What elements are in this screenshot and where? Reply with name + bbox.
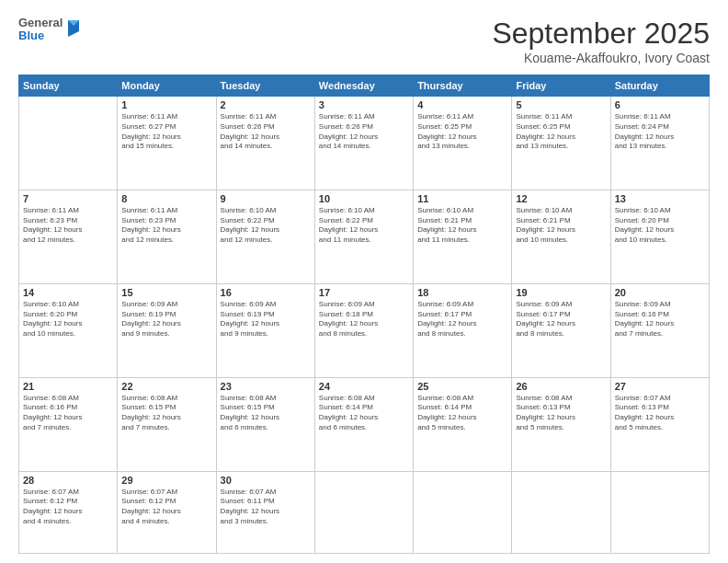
table-row: 16Sunrise: 6:09 AM Sunset: 6:19 PM Dayli… bbox=[216, 283, 314, 377]
col-monday: Monday bbox=[118, 75, 216, 97]
location: Kouame-Akaffoukro, Ivory Coast bbox=[492, 51, 710, 65]
day-info: Sunrise: 6:08 AM Sunset: 6:13 PM Dayligh… bbox=[516, 394, 606, 433]
table-row: 21Sunrise: 6:08 AM Sunset: 6:16 PM Dayli… bbox=[19, 377, 118, 471]
day-number: 4 bbox=[417, 99, 507, 110]
day-number: 23 bbox=[221, 381, 311, 392]
calendar-table: Sunday Monday Tuesday Wednesday Thursday… bbox=[18, 75, 710, 554]
day-number: 20 bbox=[615, 287, 705, 298]
table-row: 17Sunrise: 6:09 AM Sunset: 6:18 PM Dayli… bbox=[314, 283, 413, 377]
col-wednesday: Wednesday bbox=[314, 75, 413, 97]
calendar-week-row: 14Sunrise: 6:10 AM Sunset: 6:20 PM Dayli… bbox=[19, 283, 710, 377]
col-sunday: Sunday bbox=[19, 75, 118, 97]
col-saturday: Saturday bbox=[610, 75, 709, 97]
table-row: 13Sunrise: 6:10 AM Sunset: 6:20 PM Dayli… bbox=[610, 190, 709, 283]
day-info: Sunrise: 6:10 AM Sunset: 6:21 PM Dayligh… bbox=[417, 206, 507, 246]
day-number: 1 bbox=[121, 99, 211, 110]
day-number: 5 bbox=[516, 99, 606, 110]
table-row: 27Sunrise: 6:07 AM Sunset: 6:13 PM Dayli… bbox=[610, 377, 709, 471]
table-row: 15Sunrise: 6:09 AM Sunset: 6:19 PM Dayli… bbox=[118, 283, 216, 377]
day-number: 24 bbox=[319, 381, 409, 392]
day-number: 26 bbox=[516, 381, 606, 392]
day-info: Sunrise: 6:09 AM Sunset: 6:19 PM Dayligh… bbox=[221, 300, 311, 339]
logo-general: General bbox=[18, 17, 63, 29]
day-number: 30 bbox=[221, 475, 311, 486]
day-info: Sunrise: 6:09 AM Sunset: 6:19 PM Dayligh… bbox=[121, 300, 211, 339]
day-info: Sunrise: 6:09 AM Sunset: 6:16 PM Dayligh… bbox=[615, 300, 705, 339]
day-info: Sunrise: 6:08 AM Sunset: 6:16 PM Dayligh… bbox=[23, 394, 113, 433]
table-row: 29Sunrise: 6:07 AM Sunset: 6:12 PM Dayli… bbox=[118, 471, 216, 554]
table-row: 24Sunrise: 6:08 AM Sunset: 6:14 PM Dayli… bbox=[314, 377, 413, 471]
table-row: 22Sunrise: 6:08 AM Sunset: 6:15 PM Dayli… bbox=[118, 377, 216, 471]
day-number: 21 bbox=[23, 381, 113, 392]
day-info: Sunrise: 6:10 AM Sunset: 6:20 PM Dayligh… bbox=[615, 206, 705, 246]
day-info: Sunrise: 6:08 AM Sunset: 6:14 PM Dayligh… bbox=[417, 394, 507, 433]
day-info: Sunrise: 6:09 AM Sunset: 6:18 PM Dayligh… bbox=[319, 300, 409, 339]
table-row: 19Sunrise: 6:09 AM Sunset: 6:17 PM Dayli… bbox=[512, 283, 610, 377]
day-info: Sunrise: 6:08 AM Sunset: 6:14 PM Dayligh… bbox=[319, 394, 409, 433]
day-number: 27 bbox=[615, 381, 705, 392]
table-row: 28Sunrise: 6:07 AM Sunset: 6:12 PM Dayli… bbox=[19, 471, 118, 554]
table-row: 2Sunrise: 6:11 AM Sunset: 6:26 PM Daylig… bbox=[216, 97, 314, 190]
day-number: 2 bbox=[221, 99, 311, 110]
logo-icon bbox=[64, 18, 81, 39]
day-number: 16 bbox=[221, 287, 311, 298]
day-info: Sunrise: 6:08 AM Sunset: 6:15 PM Dayligh… bbox=[221, 394, 311, 433]
table-row: 20Sunrise: 6:09 AM Sunset: 6:16 PM Dayli… bbox=[610, 283, 709, 377]
day-number: 15 bbox=[121, 287, 211, 298]
day-info: Sunrise: 6:07 AM Sunset: 6:12 PM Dayligh… bbox=[23, 488, 113, 527]
table-row bbox=[414, 471, 512, 554]
day-number: 19 bbox=[516, 287, 606, 298]
table-row bbox=[512, 471, 610, 554]
day-info: Sunrise: 6:10 AM Sunset: 6:20 PM Dayligh… bbox=[23, 300, 113, 339]
calendar-week-row: 28Sunrise: 6:07 AM Sunset: 6:12 PM Dayli… bbox=[19, 471, 710, 554]
month-title: September 2025 bbox=[492, 17, 710, 51]
day-info: Sunrise: 6:11 AM Sunset: 6:27 PM Dayligh… bbox=[121, 112, 211, 152]
table-row: 1Sunrise: 6:11 AM Sunset: 6:27 PM Daylig… bbox=[118, 97, 216, 190]
day-number: 6 bbox=[615, 99, 705, 110]
day-info: Sunrise: 6:11 AM Sunset: 6:25 PM Dayligh… bbox=[516, 112, 606, 152]
table-row: 12Sunrise: 6:10 AM Sunset: 6:21 PM Dayli… bbox=[512, 190, 610, 283]
table-row bbox=[610, 471, 709, 554]
day-number: 17 bbox=[319, 287, 409, 298]
calendar-week-row: 21Sunrise: 6:08 AM Sunset: 6:16 PM Dayli… bbox=[19, 377, 710, 471]
day-number: 28 bbox=[23, 475, 113, 486]
table-row: 14Sunrise: 6:10 AM Sunset: 6:20 PM Dayli… bbox=[19, 283, 118, 377]
calendar-week-row: 1Sunrise: 6:11 AM Sunset: 6:27 PM Daylig… bbox=[19, 97, 710, 190]
table-row: 3Sunrise: 6:11 AM Sunset: 6:26 PM Daylig… bbox=[314, 97, 413, 190]
day-info: Sunrise: 6:10 AM Sunset: 6:22 PM Dayligh… bbox=[221, 206, 311, 246]
table-row: 8Sunrise: 6:11 AM Sunset: 6:23 PM Daylig… bbox=[118, 190, 216, 283]
day-number: 11 bbox=[417, 193, 507, 204]
day-number: 12 bbox=[516, 193, 606, 204]
day-number: 3 bbox=[319, 99, 409, 110]
col-tuesday: Tuesday bbox=[216, 75, 314, 97]
day-info: Sunrise: 6:07 AM Sunset: 6:13 PM Dayligh… bbox=[615, 394, 705, 433]
day-info: Sunrise: 6:11 AM Sunset: 6:26 PM Dayligh… bbox=[221, 112, 311, 152]
table-row bbox=[314, 471, 413, 554]
table-row: 10Sunrise: 6:10 AM Sunset: 6:22 PM Dayli… bbox=[314, 190, 413, 283]
day-info: Sunrise: 6:09 AM Sunset: 6:17 PM Dayligh… bbox=[417, 300, 507, 339]
header: General Blue September 2025 Kouame-Akaff… bbox=[18, 17, 710, 65]
table-row: 11Sunrise: 6:10 AM Sunset: 6:21 PM Dayli… bbox=[414, 190, 512, 283]
table-row: 26Sunrise: 6:08 AM Sunset: 6:13 PM Dayli… bbox=[512, 377, 610, 471]
col-friday: Friday bbox=[512, 75, 610, 97]
day-number: 7 bbox=[23, 193, 113, 204]
table-row: 7Sunrise: 6:11 AM Sunset: 6:23 PM Daylig… bbox=[19, 190, 118, 283]
day-info: Sunrise: 6:10 AM Sunset: 6:21 PM Dayligh… bbox=[516, 206, 606, 246]
table-row bbox=[19, 97, 118, 190]
table-row: 9Sunrise: 6:10 AM Sunset: 6:22 PM Daylig… bbox=[216, 190, 314, 283]
day-number: 18 bbox=[417, 287, 507, 298]
table-row: 5Sunrise: 6:11 AM Sunset: 6:25 PM Daylig… bbox=[512, 97, 610, 190]
day-number: 14 bbox=[23, 287, 113, 298]
day-info: Sunrise: 6:10 AM Sunset: 6:22 PM Dayligh… bbox=[319, 206, 409, 246]
day-number: 8 bbox=[121, 193, 211, 204]
table-row: 6Sunrise: 6:11 AM Sunset: 6:24 PM Daylig… bbox=[610, 97, 709, 190]
page: General Blue September 2025 Kouame-Akaff… bbox=[0, 0, 728, 563]
title-block: September 2025 Kouame-Akaffoukro, Ivory … bbox=[492, 17, 710, 65]
day-number: 25 bbox=[417, 381, 507, 392]
day-number: 22 bbox=[121, 381, 211, 392]
day-info: Sunrise: 6:11 AM Sunset: 6:25 PM Dayligh… bbox=[417, 112, 507, 152]
table-row: 25Sunrise: 6:08 AM Sunset: 6:14 PM Dayli… bbox=[414, 377, 512, 471]
day-number: 13 bbox=[615, 193, 705, 204]
table-row: 18Sunrise: 6:09 AM Sunset: 6:17 PM Dayli… bbox=[414, 283, 512, 377]
logo-blue: Blue bbox=[18, 29, 63, 42]
